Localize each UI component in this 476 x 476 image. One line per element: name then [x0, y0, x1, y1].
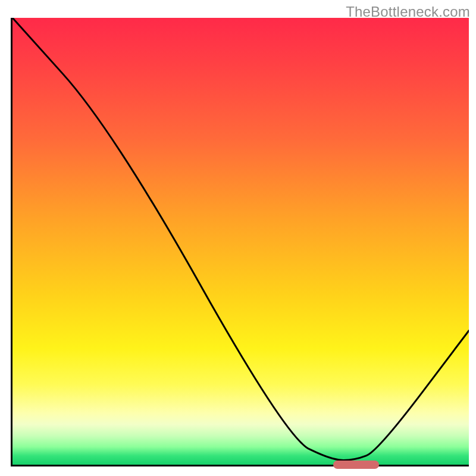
curve-svg [12, 18, 469, 465]
optimal-marker [333, 461, 379, 469]
bottleneck-curve [12, 18, 469, 460]
plot-area [11, 18, 469, 466]
